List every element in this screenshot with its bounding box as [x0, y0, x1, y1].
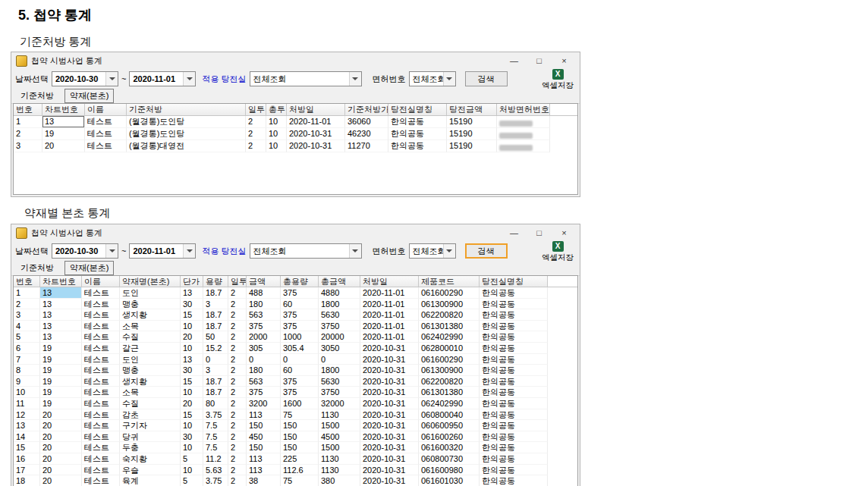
table-row[interactable]: 313테스트생지황1518.7256337556302020-11-010622…	[14, 309, 577, 321]
column-header[interactable]: 일투	[228, 276, 247, 287]
column-header[interactable]: 기준처방	[127, 104, 246, 115]
minimize-button[interactable]: —	[502, 224, 527, 241]
table-row[interactable]: 1220테스트감초153.7521137511302020-10-3106080…	[14, 409, 577, 421]
grid-cell: 375	[281, 387, 319, 398]
column-header[interactable]: 약재명(본초)	[120, 276, 181, 287]
license-select[interactable]: 전체조회	[409, 71, 456, 86]
search-button[interactable]: 검색	[465, 243, 508, 259]
column-header[interactable]: 총용량	[281, 276, 319, 287]
grid-cell: 30	[181, 299, 203, 310]
grid-cell: 2	[228, 453, 247, 465]
table-row[interactable]: 219테스트(월경통)도인탕2102020-10-3146230한의공동1519…	[14, 128, 577, 140]
column-header[interactable]: 총금액	[319, 276, 360, 287]
grid-cell: 5	[14, 331, 40, 343]
grid-cell: 2	[14, 128, 42, 140]
column-header[interactable]: 처방일	[287, 104, 345, 115]
pharmacy-select[interactable]: 전체조회	[250, 71, 362, 86]
column-header[interactable]: 탕전금액	[447, 104, 497, 115]
close-button[interactable]: ×	[552, 52, 577, 69]
grid-cell: 테스트	[82, 287, 120, 299]
minimize-button[interactable]: —	[502, 52, 527, 69]
base-prescription-grid: 번호차트번호이름기준처방일투총투처방일기준처방가탕전실명칭탕전금액처방면허번호1…	[13, 103, 578, 195]
column-header[interactable]: 차트번호	[40, 276, 82, 287]
table-row[interactable]: 1520테스트두충107.5215015015002020-10-3106160…	[14, 442, 577, 453]
grid-cell: 2020-10-31	[360, 420, 419, 431]
column-header[interactable]: 총투	[266, 104, 287, 115]
grid-cell: 1130	[319, 409, 360, 421]
grid-cell: 7.5	[203, 420, 228, 431]
tab-herb[interactable]: 약재(본초)	[64, 261, 114, 275]
table-row[interactable]: 1820테스트육계53.75238753802020-10-3106160103…	[14, 475, 577, 486]
close-button[interactable]: ×	[552, 224, 577, 241]
table-row[interactable]: 619테스트갈근1015.22305305.430502020-10-31062…	[14, 343, 577, 354]
tab-base-prescription[interactable]: 기준처방	[17, 262, 57, 274]
excel-save-button[interactable]: X 엑셀저장	[539, 69, 576, 91]
column-header[interactable]: 번호	[14, 104, 42, 115]
date-from-select[interactable]: 2020-10-30	[52, 243, 118, 259]
chevron-down-icon	[443, 72, 455, 86]
date-to-select[interactable]: 2020-11-01	[129, 243, 196, 259]
column-header[interactable]: 이름	[85, 104, 127, 115]
column-header[interactable]: 단가	[181, 276, 203, 287]
pharmacy-select[interactable]: 전체조회	[250, 243, 362, 259]
table-row[interactable]: 320테스트(월경통)대영전2102020-10-3111270한의공동1519…	[14, 140, 577, 152]
column-header[interactable]: 차트번호	[42, 104, 85, 115]
grid-cell: 테스트	[82, 398, 120, 409]
table-row[interactable]: 919테스트생지황1518.7256337556302020-10-310622…	[14, 376, 577, 387]
grid-cell: 3750	[319, 321, 360, 332]
license-select[interactable]: 전체조회	[409, 243, 456, 259]
grid-cell: 8	[14, 365, 40, 376]
maximize-button[interactable]: □	[527, 224, 552, 241]
column-header[interactable]: 처방면허번호	[497, 104, 550, 115]
table-row[interactable]: 113테스트(월경통)도인탕2102020-11-0136060한의공동1519…	[14, 116, 577, 128]
chevron-down-icon	[349, 244, 361, 258]
table-row[interactable]: 1019테스트소목1018.7237537537502020-10-310613…	[14, 387, 577, 398]
title-bar[interactable]: 첩약 시범사업 통계 — □ ×	[11, 224, 580, 241]
table-row[interactable]: 113테스트도인1318.7248837548802020-11-0106160…	[14, 287, 577, 299]
pharmacy-select-value: 전체조회	[250, 72, 349, 86]
tab-herb[interactable]: 약재(본초)	[64, 89, 114, 103]
excel-save-button[interactable]: X 엑셀저장	[539, 241, 576, 263]
grid-cell: 0	[203, 354, 228, 365]
table-row[interactable]: 819테스트맹충30321806018002020-10-31061300900…	[14, 365, 577, 376]
grid-cell: 80	[203, 398, 228, 409]
maximize-button[interactable]: □	[527, 52, 552, 69]
table-row[interactable]: 1119테스트수질2080232001600320002020-10-31062…	[14, 398, 577, 409]
column-header[interactable]: 용량	[203, 276, 228, 287]
column-header[interactable]: 제품코드	[419, 276, 480, 287]
grid-cell: 10	[266, 116, 287, 128]
table-row[interactable]: 513테스트수질2050220001000200002020-11-010624…	[14, 331, 577, 343]
grid-cell: 061600260	[419, 431, 480, 443]
grid-cell: 한의공동	[388, 116, 447, 128]
grid-cell: 한의공동	[480, 299, 548, 310]
column-header[interactable]: 이름	[82, 276, 120, 287]
tab-base-prescription[interactable]: 기준처방	[17, 89, 57, 102]
grid-cell: 숙지황	[120, 453, 181, 465]
grid-cell: 우슬	[120, 465, 181, 476]
grid-cell: 테스트	[85, 116, 127, 128]
column-header[interactable]: 처방일	[360, 276, 419, 287]
column-header[interactable]: 일투	[246, 104, 266, 115]
column-header[interactable]: 기준처방가	[345, 104, 388, 115]
table-row[interactable]: 1720테스트우슬105.632113112.611302020-10-3106…	[14, 465, 577, 476]
table-row[interactable]: 413테스트소목1018.7237537537502020-11-0106130…	[14, 321, 577, 332]
table-row[interactable]: 1320테스트구기자107.5215015015002020-10-310606…	[14, 420, 577, 431]
date-from-select[interactable]: 2020-10-30	[52, 71, 118, 86]
table-row[interactable]: 213테스트맹충30321806018002020-11-01061300900…	[14, 299, 577, 310]
grid-cell: 061300900	[419, 299, 480, 310]
column-header[interactable]: 탕전실명칭	[388, 104, 447, 115]
grid-cell: 061600290	[419, 287, 480, 299]
title-bar[interactable]: 첩약 시범사업 통계 — □ ×	[11, 52, 580, 69]
date-to-select[interactable]: 2020-11-01	[129, 71, 196, 86]
grid-cell: 20	[40, 420, 82, 431]
table-row[interactable]: 1620테스트숙지황511.2211322511302020-10-310608…	[14, 453, 577, 465]
table-row[interactable]: 1420테스트당귀307.5245015045002020-10-3106160…	[14, 431, 577, 443]
column-header[interactable]: 번호	[14, 276, 40, 287]
column-header[interactable]: 금액	[247, 276, 281, 287]
table-row[interactable]: 719테스트도인13020002020-10-31061600290한의공동	[14, 354, 577, 365]
search-button[interactable]: 검색	[465, 71, 508, 86]
grid-cell: 테스트	[85, 140, 127, 152]
app-icon	[16, 55, 27, 67]
column-header[interactable]: 탕전실명칭	[480, 276, 548, 287]
grid-cell: 061600290	[419, 354, 480, 365]
